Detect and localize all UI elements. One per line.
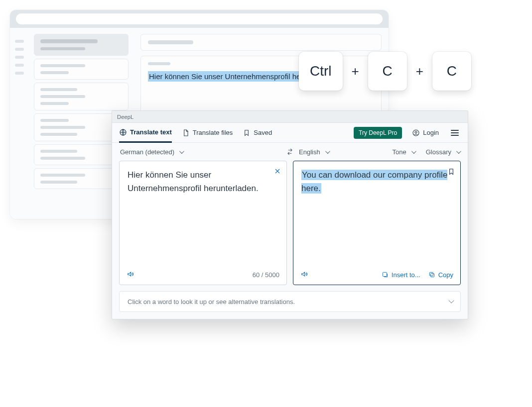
svg-point-2 (415, 131, 417, 133)
dictionary-hint-text: Click on a word to look it up or see alt… (128, 298, 295, 305)
bookmark-icon (243, 129, 251, 137)
browser-rail (10, 28, 29, 219)
source-text: Hier können Sie unser Unternehmensprofil… (128, 170, 259, 193)
tab-translate-files[interactable]: Translate files (182, 123, 233, 142)
browser-url-input[interactable] (16, 13, 383, 24)
globe-icon (119, 128, 127, 136)
keyboard-shortcut: Ctrl + C + C (299, 52, 471, 91)
source-pane: Hier können Sie unser Unternehmensprofil… (119, 161, 287, 285)
tab-translate-text[interactable]: Translate text (119, 123, 172, 143)
menu-icon (451, 130, 459, 131)
login-label: Login (423, 129, 439, 136)
tone-select[interactable]: Tone (393, 148, 415, 156)
svg-rect-5 (429, 272, 433, 276)
key-ctrl: Ctrl (299, 52, 343, 91)
key-c-1: C (368, 52, 407, 91)
browser-url-bar (10, 10, 389, 28)
speaker-icon (300, 270, 308, 278)
svg-rect-4 (430, 274, 434, 277)
source-text-area[interactable]: Hier können Sie unser Unternehmensprofil… (120, 161, 286, 265)
copy-icon (428, 271, 435, 278)
login-button[interactable]: Login (412, 129, 439, 137)
try-deepl-pro-button[interactable]: Try DeepL Pro (354, 127, 402, 139)
plus-sign: + (352, 64, 359, 79)
tab-saved-label: Saved (254, 129, 272, 136)
insert-icon (382, 271, 389, 278)
listen-source-button[interactable] (127, 270, 134, 280)
close-icon (273, 167, 281, 175)
target-text-area[interactable]: You can download our company profile her… (293, 161, 460, 265)
glossary-select[interactable]: Glossary (426, 148, 460, 156)
copy-label: Copy (438, 271, 453, 279)
bookmark-icon (447, 168, 455, 176)
key-c-2: C (432, 52, 471, 91)
dictionary-hint-bar[interactable]: Click on a word to look it up or see alt… (119, 291, 461, 312)
menu-button[interactable] (449, 128, 461, 138)
tab-saved[interactable]: Saved (243, 123, 272, 142)
plus-sign: + (416, 64, 423, 79)
file-icon (182, 129, 190, 137)
source-language-select[interactable]: German (detected) (120, 148, 281, 156)
listen-target-button[interactable] (300, 270, 308, 280)
user-icon (412, 129, 420, 137)
tab-translate-files-label: Translate files (193, 129, 233, 136)
clear-source-button[interactable] (273, 166, 281, 179)
insert-to-label: Insert to... (392, 271, 420, 279)
chevron-down-icon (448, 298, 454, 303)
target-language-select[interactable]: English (299, 148, 329, 156)
speaker-icon (127, 270, 134, 278)
deepl-titlebar: DeepL (112, 111, 468, 123)
insert-to-button[interactable]: Insert to... (382, 271, 420, 279)
tab-translate-text-label: Translate text (130, 128, 172, 136)
deepl-app-window: DeepL Translate text Translate files Sav… (112, 110, 468, 319)
svg-rect-3 (383, 272, 387, 276)
save-translation-button[interactable] (447, 166, 455, 180)
target-pane: You can download our company profile her… (293, 161, 461, 285)
copy-button[interactable]: Copy (428, 271, 453, 279)
swap-languages-button[interactable] (286, 148, 294, 156)
target-text: You can download our company profile her… (301, 170, 447, 194)
char-count: 60 / 5000 (253, 271, 279, 279)
